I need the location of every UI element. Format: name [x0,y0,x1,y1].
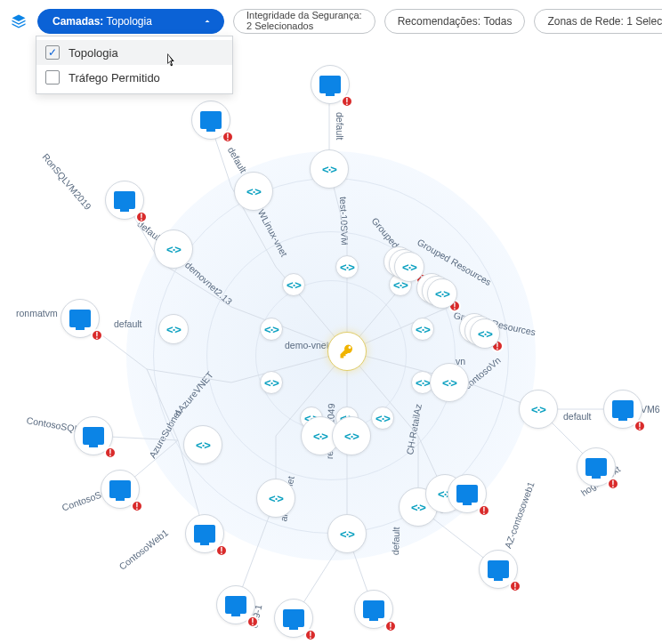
vnet-node[interactable]: <·> [430,363,469,402]
zones-label: Zonas de Rede: [547,15,623,28]
recs-value: Todas [483,15,512,28]
vnet-node[interactable]: <·> [158,314,189,344]
vnet-icon: <·> [166,323,181,336]
vnet-node[interactable]: <·> [335,255,359,278]
vnet-node[interactable]: <·> [260,318,283,341]
chevron-up-icon [202,16,213,27]
vm-node-noerr[interactable]: ! [448,474,487,513]
dropdown-item-label: Topologia [69,46,118,60]
vnet-icon: <·> [435,287,449,301]
vnet-icon: <·> [411,501,425,514]
alert-badge: ! [509,580,521,592]
svg-line-18 [147,369,178,440]
vnet-node[interactable]: <·> [256,479,295,518]
vnet-icon: <·> [340,261,354,274]
vnet-node[interactable]: <·> [260,371,283,394]
vnet-icon: <·> [166,243,181,256]
vnet-node[interactable]: <·> [282,273,305,296]
vnet-node[interactable]: <·> [411,318,434,341]
vnet-icon: <·> [340,527,354,541]
integrity-value: 2 Selecionados [246,21,362,32]
dropdown-item-trafego[interactable]: Tráfego Permitido [36,65,232,90]
layers-dropdown-panel: ✓ Topologia Tráfego Permitido [36,36,233,94]
vnet-icon: <·> [322,163,336,176]
vnet-node[interactable]: <·> [327,514,367,553]
hub-key-node[interactable] [327,332,367,371]
vnet-icon: <·> [264,323,279,336]
svg-line-16 [147,369,231,382]
dropdown-item-label: Tráfego Permitido [69,71,160,85]
key-icon [339,343,355,359]
dropdown-item-topologia[interactable]: ✓ Topologia [36,40,232,65]
recommendations-filter-pill[interactable]: Recomendações: Todas [384,9,526,34]
vnet-node[interactable]: <·> [234,172,273,211]
vnet-icon: <·> [416,376,430,390]
vm-node[interactable]: ! [185,514,224,553]
layers-dropdown-button[interactable]: Camadas: Topologia [37,9,224,34]
layers-value: Topologia [106,15,151,28]
checkbox-checked-icon: ✓ [45,45,60,60]
filter-bar: Camadas: Topologia Integridade da Segura… [11,9,651,34]
alert-badge: ! [104,447,117,459]
vm-node[interactable]: ! [274,599,313,638]
alert-badge: ! [384,620,397,632]
vnet-icon: <·> [416,323,430,336]
alert-badge: ! [131,500,143,512]
recs-label: Recomendações: [398,15,480,28]
vm-node[interactable]: ! [101,470,140,509]
vm-node[interactable]: ! [105,181,144,220]
alert-badge: ! [634,420,646,432]
vm-node[interactable]: ! [479,550,518,589]
vnet-node[interactable]: <·> [371,407,394,430]
alert-badge: ! [304,629,317,641]
vnet-icon: <·> [442,376,456,390]
vm-node[interactable]: ! [577,447,616,487]
alert-badge: ! [478,504,490,517]
vnet-icon: <·> [287,278,301,292]
alert-badge: ! [222,131,234,143]
layers-label: Camadas: [52,15,103,28]
zones-value: 1 Selecionada [626,15,662,28]
vnet-node[interactable]: <·> [310,149,349,189]
vnet-icon: <·> [478,327,492,341]
vm-node[interactable]: ! [311,65,350,104]
vm-node[interactable]: ! [191,101,230,140]
group-node[interactable]: <·> ! [427,278,457,309]
vnet-icon: <·> [344,430,359,443]
vnet-node[interactable]: <·> [332,416,371,455]
alert-badge: ! [135,211,148,223]
alert-badge: ! [341,95,353,108]
vnet-node[interactable]: <·> [154,229,193,269]
alert-badge: ! [607,478,619,490]
alert-badge: ! [246,616,259,628]
vm-node[interactable]: ! [603,390,642,429]
svg-line-14 [160,262,231,307]
integrity-filter-pill[interactable]: Integridade da Segurança: 2 Selecionados [233,9,375,34]
vm-node[interactable]: ! [216,585,255,624]
group-node[interactable]: <·> ! [470,318,500,349]
vnet-icon: <·> [269,492,283,505]
vnet-icon: <·> [264,376,279,390]
alert-badge: ! [91,329,103,342]
vnet-icon: <·> [246,185,261,198]
vm-node[interactable]: ! [74,416,113,455]
vnet-icon: <·> [375,412,390,425]
vnet-icon: <·> [313,430,327,443]
vnet-icon: <·> [402,261,416,274]
zones-filter-pill[interactable]: Zonas de Rede: 1 Selecionada [534,9,662,34]
vm-node[interactable]: ! [61,299,100,338]
vnet-node[interactable]: <·> [519,390,558,429]
vnet-node[interactable]: <·> [183,425,222,464]
checkbox-unchecked-icon [45,70,60,85]
alert-badge: ! [215,544,228,557]
vm-node[interactable]: ! [354,590,393,629]
vnet-icon: <·> [196,439,210,452]
vnet-icon: <·> [531,403,545,416]
layers-icon [11,13,27,29]
